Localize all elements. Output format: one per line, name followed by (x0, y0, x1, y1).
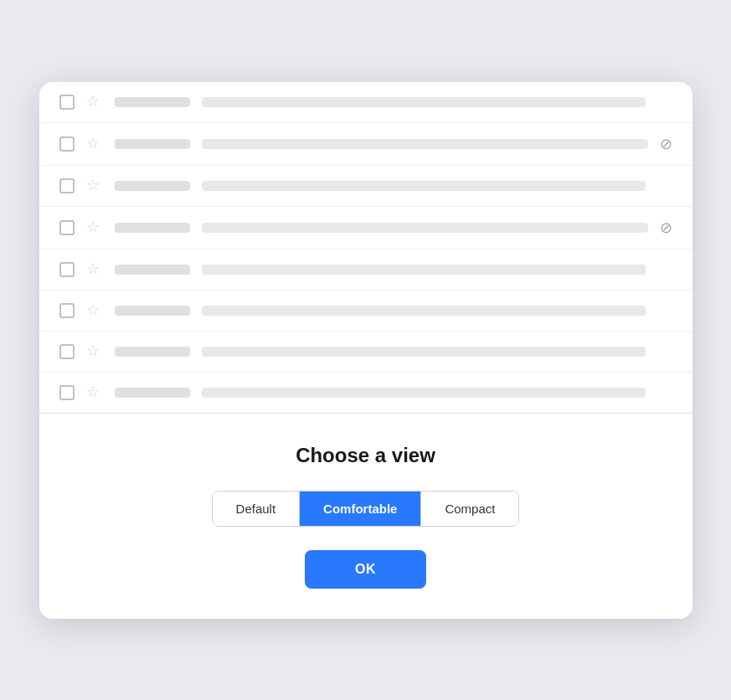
attachment-icon: ⊘ (660, 219, 672, 237)
sender-placeholder (115, 265, 190, 275)
subject-placeholder (202, 347, 646, 357)
email-checkbox[interactable] (59, 385, 75, 400)
star-icon[interactable]: ☆ (86, 136, 103, 152)
email-checkbox[interactable] (59, 262, 75, 277)
email-row: ☆ (39, 332, 692, 373)
subject-placeholder (202, 97, 646, 107)
modal-footer: Choose a view Default Comfortable Compac… (39, 414, 692, 619)
subject-placeholder (202, 265, 646, 275)
view-option-default[interactable]: Default (213, 492, 301, 526)
email-row: ☆ (39, 373, 692, 413)
email-row: ☆ (39, 82, 692, 123)
email-checkbox[interactable] (59, 220, 75, 235)
view-options-group: Default Comfortable Compact (212, 491, 520, 527)
star-icon[interactable]: ☆ (86, 261, 103, 278)
modal: ☆ ☆ ⊘ ☆ ☆ ⊘ ☆ (39, 82, 692, 619)
email-checkbox[interactable] (59, 95, 75, 110)
star-icon[interactable]: ☆ (86, 302, 103, 319)
star-icon[interactable]: ☆ (86, 178, 103, 194)
star-icon[interactable]: ☆ (86, 343, 103, 360)
sender-placeholder (115, 181, 190, 191)
email-checkbox[interactable] (59, 303, 75, 318)
attachment-icon: ⊘ (660, 135, 672, 153)
subject-placeholder (202, 223, 648, 233)
email-row: ☆ (39, 291, 692, 332)
modal-title: Choose a view (296, 444, 435, 467)
view-option-comfortable[interactable]: Comfortable (300, 492, 421, 526)
email-row: ☆ (39, 166, 692, 207)
ok-button[interactable]: OK (305, 550, 426, 589)
subject-placeholder (202, 388, 646, 398)
sender-placeholder (115, 388, 190, 398)
email-row: ☆ ⊘ (39, 123, 692, 166)
sender-placeholder (115, 97, 190, 107)
sender-placeholder (115, 347, 190, 357)
email-checkbox[interactable] (59, 136, 75, 152)
sender-placeholder (115, 139, 190, 149)
view-option-compact[interactable]: Compact (421, 492, 518, 526)
email-checkbox[interactable] (59, 344, 75, 359)
star-icon[interactable]: ☆ (86, 384, 103, 401)
sender-placeholder (115, 223, 190, 233)
email-row: ☆ (39, 250, 692, 291)
email-row: ☆ ⊘ (39, 207, 692, 250)
email-checkbox[interactable] (59, 178, 75, 193)
star-icon[interactable]: ☆ (86, 219, 103, 236)
subject-placeholder (202, 306, 646, 316)
subject-placeholder (202, 181, 646, 191)
star-icon[interactable]: ☆ (86, 94, 103, 111)
email-list-preview: ☆ ☆ ⊘ ☆ ☆ ⊘ ☆ (39, 82, 692, 414)
subject-placeholder (202, 139, 648, 149)
sender-placeholder (115, 306, 190, 316)
